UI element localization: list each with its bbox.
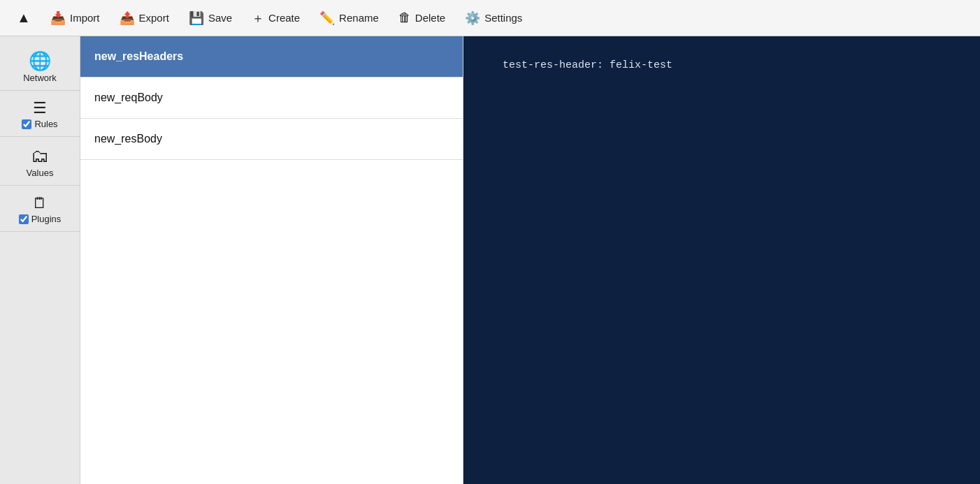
sidebar-label-values: Values (27, 168, 54, 178)
sidebar: 🌐 Network ☰ Rules 🗂 Values 🗒 Plugins (0, 36, 80, 484)
list-item-new-res-body[interactable]: new_resBody (80, 119, 463, 160)
rules-checkbox-row: Rules (22, 119, 57, 129)
save-button[interactable]: 💾 Save (180, 6, 240, 30)
save-icon: 💾 (189, 10, 204, 26)
import-label: Import (70, 12, 100, 24)
save-label: Save (208, 12, 232, 24)
rename-button[interactable]: ✏️ Rename (311, 6, 387, 30)
sidebar-label-rules: Rules (34, 119, 57, 129)
sidebar-label-plugins: Plugins (31, 214, 62, 224)
collapse-icon: ▲ (17, 10, 31, 26)
values-icon: 🗂 (31, 147, 49, 165)
settings-label: Settings (484, 12, 522, 24)
content-text: test-res-header: felix-test (503, 59, 672, 71)
delete-icon: 🗑 (398, 10, 411, 25)
plugins-icon: 🗒 (32, 196, 48, 211)
delete-label: Delete (415, 12, 445, 24)
import-icon: 📥 (50, 10, 66, 26)
list-item-new-res-headers[interactable]: new_resHeaders (80, 36, 463, 78)
list-panel: new_resHeaders new_reqBody new_resBody (80, 36, 463, 484)
rules-checkbox[interactable] (22, 119, 31, 129)
network-icon: 🌐 (29, 52, 51, 70)
sidebar-item-rules[interactable]: ☰ Rules (0, 91, 80, 137)
sidebar-item-network[interactable]: 🌐 Network (0, 42, 80, 91)
export-button[interactable]: 📤 Export (111, 6, 178, 30)
create-icon: ＋ (252, 10, 264, 27)
plugins-checkbox-row: Plugins (19, 214, 62, 224)
delete-button[interactable]: 🗑 Delete (390, 6, 454, 29)
create-label: Create (268, 12, 300, 24)
import-button[interactable]: 📥 Import (42, 6, 108, 30)
content-panel: test-res-header: felix-test (463, 36, 980, 484)
toolbar: ▲ 📥 Import 📤 Export 💾 Save ＋ Create ✏️ R… (0, 0, 980, 36)
rename-label: Rename (339, 12, 379, 24)
collapse-button[interactable]: ▲ (8, 3, 39, 34)
export-label: Export (139, 12, 169, 24)
create-button[interactable]: ＋ Create (243, 6, 308, 31)
settings-icon: ⚙️ (465, 10, 480, 26)
plugins-checkbox[interactable] (19, 214, 29, 224)
main-layout: 🌐 Network ☰ Rules 🗂 Values 🗒 Plugins new… (0, 36, 980, 484)
sidebar-item-plugins[interactable]: 🗒 Plugins (0, 186, 80, 232)
sidebar-label-network: Network (23, 73, 57, 83)
rename-icon: ✏️ (319, 10, 335, 26)
sidebar-item-values[interactable]: 🗂 Values (0, 137, 80, 186)
export-icon: 📤 (120, 10, 135, 26)
list-item-new-req-body[interactable]: new_reqBody (80, 78, 463, 119)
settings-button[interactable]: ⚙️ Settings (456, 6, 531, 30)
rules-icon: ☰ (33, 101, 47, 116)
